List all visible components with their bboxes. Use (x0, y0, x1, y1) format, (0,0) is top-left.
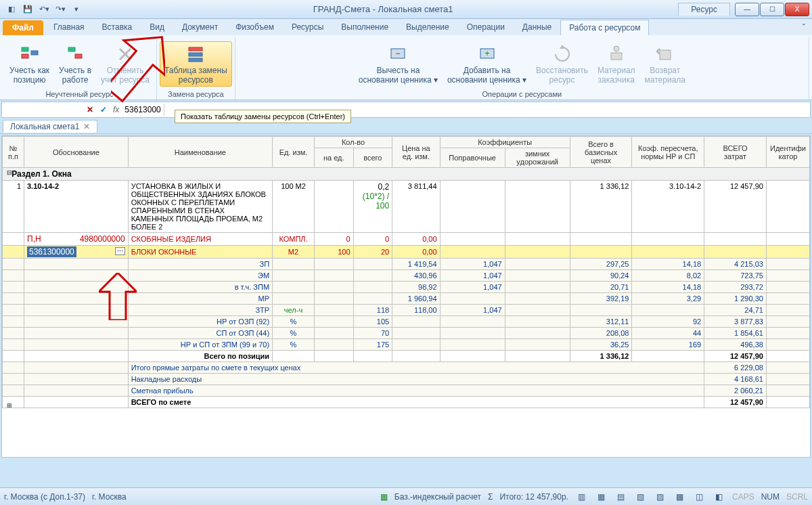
tab-insert[interactable]: Вставка (93, 19, 141, 35)
cell[interactable]: 2 060,21 (704, 385, 767, 397)
file-tab[interactable]: Файл (3, 20, 43, 35)
calc-mode[interactable]: Баз.-индексный расчет (394, 492, 481, 502)
cell[interactable]: 12 457,90 (704, 397, 767, 408)
col-qty-unit[interactable]: на ед. (314, 148, 353, 168)
estimate-grid[interactable]: № п.п Обоснование Наименование Ед. изм. … (1, 135, 811, 458)
col-qty[interactable]: Кол-во (314, 137, 392, 148)
tab-volume[interactable]: Физобъем (227, 19, 283, 35)
col-name[interactable]: Наименование (128, 137, 272, 168)
grand-total-row[interactable]: ⊞ВСЕГО по смете12 457,90 (3, 397, 810, 408)
cell[interactable]: 1,047 (440, 270, 505, 282)
position-total-row[interactable]: Всего по позиции1 336,1212 457,90 (3, 351, 810, 362)
sb-icon[interactable]: ▧ (634, 492, 647, 502)
save-icon[interactable]: 💾 (20, 2, 35, 17)
sb-icon[interactable]: ▨ (654, 492, 667, 502)
cell[interactable]: 723,75 (704, 270, 767, 282)
cost-row[interactable]: НР от ОЗП (92)%105312,11923 877,83 (3, 316, 810, 328)
cell[interactable]: П,Н (27, 234, 41, 244)
fx-icon[interactable]: fx (110, 105, 122, 114)
cost-row[interactable]: ЗП1 419,541,047297,2514,184 215,03 (3, 259, 810, 270)
cell[interactable]: 175 (353, 339, 392, 351)
cell[interactable]: 4 168,61 (704, 374, 767, 385)
subtract-price-button[interactable]: −Вычесть на основании ценника ▾ (355, 42, 442, 87)
tab-operations[interactable]: Операции (458, 19, 514, 35)
selected-code[interactable]: 5361300000 (27, 246, 76, 257)
lookup-button[interactable]: ⋯ (115, 247, 125, 255)
cell[interactable]: 8,02 (632, 270, 704, 282)
cell[interactable]: 12 457,90 (704, 181, 767, 233)
sum-icon[interactable]: Σ (488, 492, 493, 502)
collapse-ribbon-icon[interactable]: ˇ (796, 20, 812, 35)
cost-row[interactable]: ЭМ430,961,04790,248,02723,75 (3, 270, 810, 282)
col-total[interactable]: ВСЕГО затрат (704, 137, 767, 168)
tab-document[interactable]: Документ (173, 19, 227, 35)
cell[interactable]: % (273, 328, 315, 339)
cell[interactable]: 297,25 (570, 259, 632, 270)
account-as-position-button[interactable]: Учесть как позицию (5, 42, 53, 87)
cell[interactable]: 3.10-14-2 (24, 181, 129, 233)
sb-icon[interactable]: ▥ (575, 492, 588, 502)
cell[interactable]: 1 960,94 (392, 293, 440, 305)
tab-data[interactable]: Данные (514, 19, 560, 35)
minimize-button[interactable]: — (735, 3, 759, 16)
sb-icon[interactable]: ◫ (693, 492, 706, 502)
tab-selection[interactable]: Выделение (397, 19, 458, 35)
cell[interactable]: 1 336,12 (570, 351, 632, 362)
cost-row[interactable]: в т.ч. ЗПМ98,921,04720,7114,18293,72 (3, 282, 810, 293)
col-basis[interactable]: Обоснование (24, 137, 129, 168)
cell[interactable]: 36,25 (570, 339, 632, 351)
cell[interactable]: чел-ч (273, 305, 315, 316)
qat-more-icon[interactable]: ▾ (69, 2, 84, 17)
col-base[interactable]: Всего в базисных ценах (570, 137, 632, 168)
tab-execution[interactable]: Выполнение (332, 19, 397, 35)
sb-icon[interactable]: ▤ (614, 492, 627, 502)
undo-icon[interactable]: ↶▾ (37, 2, 51, 17)
summary-row[interactable]: Сметная прибыль2 060,21 (3, 385, 810, 397)
cell[interactable]: 0 (314, 233, 353, 246)
cost-row[interactable]: МР1 960,94392,193,291 290,30 (3, 293, 810, 305)
col-coef-winter[interactable]: зимних удорожаний (505, 148, 570, 168)
add-price-button[interactable]: +Добавить на основании ценника ▾ (443, 42, 531, 87)
account-in-work-button[interactable]: Учесть в работе (55, 42, 95, 87)
cell[interactable]: КОМПЛ. (273, 233, 315, 246)
formula-input[interactable]: 53613000 (122, 104, 164, 116)
cell[interactable]: 3,29 (632, 293, 704, 305)
cell[interactable]: 293,72 (704, 282, 767, 293)
cell[interactable]: 3.10-14-2 (632, 181, 704, 233)
cell[interactable]: 0,2 (378, 182, 389, 192)
cell[interactable]: 1 854,61 (704, 328, 767, 339)
cell[interactable]: УСТАНОВКА В ЖИЛЫХ И ОБЩЕСТВЕННЫХ ЗДАНИЯХ… (128, 181, 272, 233)
cell[interactable]: 0 (353, 233, 392, 246)
cell[interactable]: 1 290,30 (704, 293, 767, 305)
summary-row[interactable]: Итого прямые затраты по смете в текущих … (3, 362, 810, 374)
calc-mode-icon[interactable]: ▦ (380, 492, 388, 502)
cost-row[interactable]: СП от ОЗП (44)%70208,08441 854,61 (3, 328, 810, 339)
resource-row-selected[interactable]: 5361300000⋯ БЛОКИ ОКОННЫЕ М2 100 20 0,00 (3, 246, 810, 259)
sb-icon[interactable]: ▦ (595, 492, 608, 502)
col-coef-corr[interactable]: Поправочные (440, 148, 505, 168)
cell[interactable]: 1 419,54 (392, 259, 440, 270)
sb-icon[interactable]: ◧ (713, 492, 725, 502)
cell[interactable]: 312,11 (570, 316, 632, 328)
maximize-button[interactable]: ☐ (760, 3, 784, 16)
collapse-icon[interactable]: ⊟ (7, 169, 12, 176)
close-doc-icon[interactable]: ✕ (83, 122, 90, 131)
accept-edit-icon[interactable]: ✓ (97, 105, 110, 114)
cell[interactable]: 118,00 (392, 305, 440, 316)
cell[interactable]: % (273, 339, 315, 351)
cell[interactable]: 0,00 (392, 246, 440, 259)
cell[interactable]: % (273, 316, 315, 328)
cell[interactable]: 90,24 (570, 270, 632, 282)
cell[interactable]: 1,047 (440, 305, 505, 316)
col-price[interactable]: Цена на ед. изм. (392, 137, 440, 168)
cell[interactable]: 4 215,03 (704, 259, 767, 270)
summary-row[interactable]: Накладные расходы4 168,61 (3, 374, 810, 385)
cell[interactable]: 430,96 (392, 270, 440, 282)
col-norm[interactable]: Коэф. пересчета, нормы НР и СП (632, 137, 704, 168)
cell[interactable]: 169 (632, 339, 704, 351)
col-unit[interactable]: Ед. изм. (273, 137, 315, 168)
cell[interactable]: 3 811,44 (392, 181, 440, 233)
cost-row[interactable]: ЗТРчел-ч118118,001,04724,71 (3, 305, 810, 316)
cell[interactable]: 3 877,83 (704, 316, 767, 328)
cell[interactable]: 20 (353, 246, 392, 259)
